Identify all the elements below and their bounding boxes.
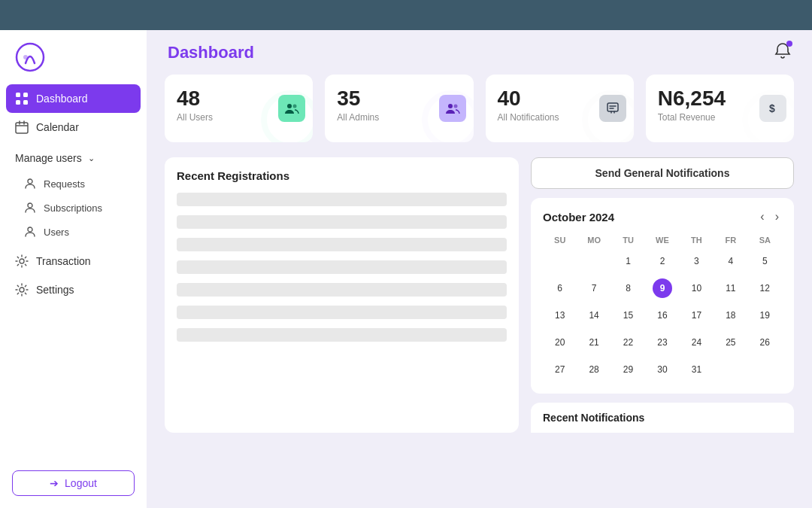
calendar-day-cell[interactable]: 12 <box>748 275 782 302</box>
calendar-day-cell[interactable]: 8 <box>611 275 645 302</box>
subscriptions-label: Subscriptions <box>44 202 102 214</box>
calendar-day-cell[interactable]: 14 <box>577 302 611 329</box>
chevron-down-icon: ⌄ <box>88 154 95 163</box>
svg-point-13 <box>20 259 24 263</box>
skeleton-row-5 <box>177 283 507 297</box>
svg-point-26 <box>745 93 794 142</box>
page-title: Dashboard <box>168 43 254 62</box>
svg-point-11 <box>28 203 32 208</box>
day-tu: TU <box>611 233 645 248</box>
calendar-day-cell[interactable]: 7 <box>577 275 611 302</box>
logout-icon: ➔ <box>50 477 59 489</box>
calendar-day-cell[interactable]: 27 <box>543 356 577 383</box>
calendar-day-cell[interactable]: 13 <box>543 302 577 329</box>
stats-row: 48 All Users <box>165 75 794 142</box>
notifications-button[interactable] <box>774 42 791 62</box>
svg-point-1 <box>23 55 28 59</box>
settings-label: Settings <box>36 284 74 296</box>
calendar-day-cell[interactable]: 2 <box>645 248 679 275</box>
page-header: Dashboard <box>147 30 812 68</box>
requests-label: Requests <box>44 178 85 190</box>
day-we: WE <box>645 233 679 248</box>
calendar-week-row: 6789101112 <box>543 275 782 302</box>
skeleton-row-2 <box>177 215 507 229</box>
stat-card-revenue: N6,254 Total Revenue $ <box>646 75 794 142</box>
sidebar-item-settings[interactable]: Settings <box>0 275 147 304</box>
calendar-nav: ‹ › <box>757 208 782 225</box>
calendar-day-cell[interactable]: 29 <box>611 356 645 383</box>
manage-users-label: Manage users <box>15 152 82 164</box>
logo-area <box>0 30 147 84</box>
notification-badge <box>786 41 792 47</box>
manage-users-sub-items: Requests Subscriptions <box>0 172 147 244</box>
calendar-day-cell[interactable]: 23 <box>645 329 679 356</box>
sidebar-navigation: Dashboard Calendar Manage users <box>0 84 147 458</box>
calendar-day-cell[interactable]: 19 <box>748 302 782 329</box>
skeleton-row-3 <box>177 238 507 251</box>
calendar-day-cell[interactable]: 10 <box>680 275 714 302</box>
calendar-day-cell[interactable]: 1 <box>611 248 645 275</box>
svg-point-20 <box>425 93 474 142</box>
stat-card-admins: 35 All Admins <box>325 75 473 142</box>
user-icon-3 <box>24 226 36 238</box>
recent-notifications-card: Recent Notifications <box>531 403 794 433</box>
calendar-header: October 2024 ‹ › <box>543 208 782 225</box>
sidebar: Dashboard Calendar Manage users <box>0 30 147 508</box>
calendar-week-row: 2728293031 <box>543 356 782 383</box>
sidebar-item-dashboard[interactable]: Dashboard <box>6 84 141 113</box>
calendar-day-cell <box>748 356 782 383</box>
calendar-month: October 2024 <box>543 211 614 224</box>
calendar-day-cell[interactable]: 4 <box>714 248 747 275</box>
calendar-day-cell[interactable]: 17 <box>680 302 714 329</box>
svg-rect-3 <box>23 93 28 97</box>
sidebar-item-transaction[interactable]: Transaction <box>0 247 147 275</box>
calendar-day-cell[interactable]: 24 <box>680 329 714 356</box>
user-icon-2 <box>24 202 36 214</box>
calendar-grid: SU MO TU WE TH FR SA 1234567891 <box>543 233 782 383</box>
card-decoration <box>260 90 313 142</box>
calendar-card: October 2024 ‹ › SU MO TU <box>531 198 794 394</box>
svg-rect-6 <box>16 123 28 133</box>
calendar-next-button[interactable]: › <box>772 208 782 225</box>
card-decoration-2 <box>421 90 474 142</box>
calendar-day-cell[interactable]: 20 <box>543 329 577 356</box>
skeleton-row-1 <box>177 193 507 206</box>
recent-notifications-title: Recent Notifications <box>543 412 782 424</box>
day-fr: FR <box>714 233 747 248</box>
calendar-day-cell[interactable]: 3 <box>680 248 714 275</box>
calendar-icon <box>15 120 29 134</box>
calendar-day-cell <box>714 356 747 383</box>
calendar-day-cell[interactable]: 18 <box>714 302 747 329</box>
calendar-day-cell[interactable]: 6 <box>543 275 577 302</box>
logout-button[interactable]: ➔ Logout <box>12 470 135 496</box>
calendar-prev-button[interactable]: ‹ <box>757 208 767 225</box>
manage-users-section: Manage users ⌄ Requests <box>0 141 147 247</box>
calendar-day-cell[interactable]: 15 <box>611 302 645 329</box>
sidebar-item-calendar[interactable]: Calendar <box>0 113 147 141</box>
calendar-day-cell[interactable]: 26 <box>748 329 782 356</box>
card-decoration-4 <box>741 90 794 142</box>
day-mo: MO <box>577 233 611 248</box>
calendar-day-cell[interactable]: 22 <box>611 329 645 356</box>
day-th: TH <box>680 233 714 248</box>
sidebar-item-requests[interactable]: Requests <box>0 172 147 196</box>
calendar-day-cell[interactable]: 28 <box>577 356 611 383</box>
calendar-day-cell[interactable]: 21 <box>577 329 611 356</box>
manage-users-header[interactable]: Manage users ⌄ <box>0 144 147 172</box>
sidebar-item-users[interactable]: Users <box>0 220 147 244</box>
calendar-day-cell[interactable]: 11 <box>714 275 747 302</box>
svg-rect-4 <box>16 100 20 105</box>
calendar-day-cell[interactable]: 5 <box>748 248 782 275</box>
calendar-day-cell[interactable]: 25 <box>714 329 747 356</box>
bottom-row: Recent Registrations Send General Notifi… <box>165 157 794 433</box>
calendar-day-cell[interactable]: 9 <box>645 275 679 302</box>
calendar-day-cell[interactable]: 16 <box>645 302 679 329</box>
main-content: Dashboard 48 All Users <box>147 30 812 508</box>
registrations-title: Recent Registrations <box>177 169 507 182</box>
send-notifications-button[interactable]: Send General Notifications <box>531 157 794 189</box>
gear-icon <box>15 254 29 268</box>
sidebar-item-subscriptions[interactable]: Subscriptions <box>0 196 147 220</box>
calendar-day-cell[interactable]: 30 <box>645 356 679 383</box>
calendar-day-cell[interactable]: 31 <box>680 356 714 383</box>
right-panel: Send General Notifications October 2024 … <box>531 157 794 433</box>
